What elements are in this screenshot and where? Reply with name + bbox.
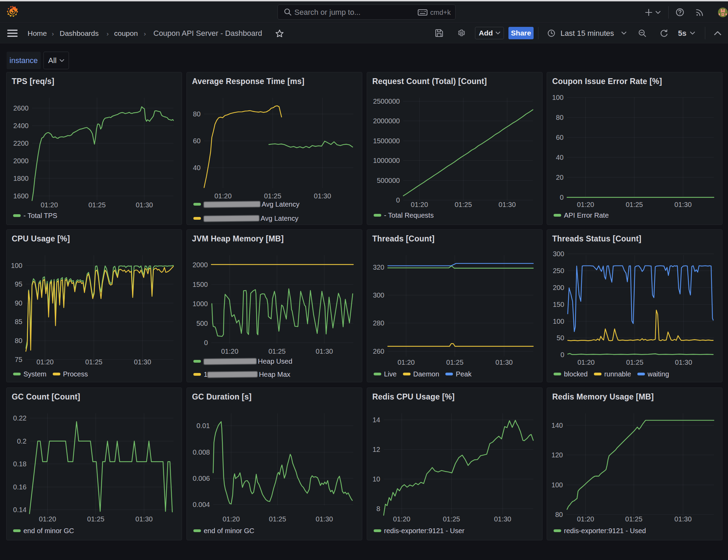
svg-text:280: 280	[373, 319, 384, 327]
svg-text:0.22: 0.22	[13, 414, 27, 422]
svg-text:2600: 2600	[13, 104, 29, 112]
svg-text:01:25: 01:25	[264, 192, 281, 200]
svg-text:0.18: 0.18	[13, 460, 27, 468]
svg-text:80: 80	[555, 511, 563, 518]
svg-text:100: 100	[11, 262, 22, 269]
svg-text:0.008: 0.008	[193, 448, 210, 456]
svg-text:01:20: 01:20	[411, 201, 428, 208]
svg-text:60: 60	[556, 134, 564, 141]
svg-text:95: 95	[15, 280, 22, 288]
svg-text:0.006: 0.006	[193, 475, 210, 482]
svg-text:12: 12	[373, 446, 380, 453]
svg-text:14: 14	[373, 416, 380, 424]
svg-text:01:25: 01:25	[625, 515, 643, 523]
svg-text:0.16: 0.16	[13, 483, 27, 491]
svg-text:01:25: 01:25	[446, 359, 464, 366]
svg-text:0: 0	[396, 196, 400, 204]
svg-text:01:20: 01:20	[39, 515, 56, 523]
svg-text:01:25: 01:25	[85, 358, 102, 366]
svg-text:100: 100	[553, 318, 564, 325]
svg-text:01:20: 01:20	[577, 359, 595, 366]
svg-text:01:25: 01:25	[269, 348, 286, 355]
svg-text:500: 500	[196, 320, 208, 327]
svg-text:1800: 1800	[13, 175, 29, 182]
svg-text:2000000: 2000000	[373, 117, 400, 125]
svg-text:0.14: 0.14	[13, 506, 27, 514]
svg-text:140: 140	[552, 422, 563, 429]
svg-text:250: 250	[553, 267, 564, 274]
svg-text:01:20: 01:20	[41, 201, 58, 209]
svg-text:40: 40	[193, 164, 201, 172]
svg-text:75: 75	[15, 356, 22, 363]
svg-text:300: 300	[373, 291, 384, 299]
svg-text:01:30: 01:30	[135, 515, 153, 523]
svg-text:300: 300	[553, 250, 564, 258]
svg-text:01:30: 01:30	[134, 358, 151, 366]
svg-text:200: 200	[553, 284, 564, 291]
svg-text:01:20: 01:20	[577, 201, 594, 208]
svg-text:01:25: 01:25	[269, 515, 286, 523]
svg-text:0: 0	[560, 194, 564, 201]
svg-text:01:20: 01:20	[577, 515, 594, 523]
svg-text:120: 120	[552, 451, 563, 459]
svg-text:2500000: 2500000	[373, 97, 400, 105]
svg-text:01:30: 01:30	[316, 515, 333, 523]
svg-text:500000: 500000	[377, 177, 400, 184]
svg-text:1000: 1000	[193, 300, 208, 308]
svg-text:0.2: 0.2	[17, 437, 27, 445]
svg-text:01:30: 01:30	[675, 201, 692, 208]
svg-text:80: 80	[15, 337, 22, 344]
svg-text:01:20: 01:20	[37, 358, 54, 366]
svg-text:0.004: 0.004	[193, 501, 210, 508]
svg-text:2000: 2000	[13, 157, 29, 165]
svg-text:80: 80	[556, 114, 564, 121]
svg-text:01:25: 01:25	[455, 201, 472, 208]
svg-text:1600: 1600	[13, 192, 29, 200]
svg-text:0: 0	[560, 351, 564, 359]
svg-text:100: 100	[552, 94, 564, 101]
svg-text:01:25: 01:25	[626, 201, 643, 208]
svg-text:50: 50	[557, 334, 564, 342]
svg-text:01:20: 01:20	[214, 192, 232, 200]
svg-text:1500: 1500	[193, 281, 208, 288]
svg-text:01:30: 01:30	[316, 348, 333, 355]
svg-text:01:20: 01:20	[223, 515, 240, 523]
svg-text:01:25: 01:25	[87, 515, 104, 523]
svg-text:85: 85	[15, 318, 22, 325]
svg-text:01:20: 01:20	[393, 515, 410, 523]
svg-text:01:30: 01:30	[495, 359, 513, 366]
svg-text:01:30: 01:30	[314, 192, 331, 200]
svg-text:150: 150	[553, 301, 564, 308]
svg-text:01:25: 01:25	[443, 515, 460, 523]
svg-text:01:30: 01:30	[494, 515, 511, 523]
svg-text:8: 8	[376, 505, 380, 512]
svg-text:1000000: 1000000	[373, 157, 400, 164]
svg-text:40: 40	[556, 154, 564, 161]
svg-text:01:30: 01:30	[675, 359, 692, 366]
svg-text:01:30: 01:30	[675, 515, 692, 523]
svg-text:01:20: 01:20	[221, 348, 238, 355]
svg-text:0: 0	[204, 339, 208, 346]
svg-text:320: 320	[373, 263, 384, 271]
svg-text:01:30: 01:30	[498, 201, 516, 208]
svg-text:10: 10	[373, 475, 380, 483]
svg-text:60: 60	[193, 137, 201, 145]
svg-text:1500000: 1500000	[373, 137, 400, 145]
svg-text:260: 260	[373, 348, 384, 355]
svg-text:100: 100	[552, 481, 563, 489]
svg-text:2000: 2000	[193, 261, 208, 269]
svg-text:90: 90	[15, 299, 22, 307]
svg-text:2200: 2200	[13, 139, 29, 147]
svg-text:0.01: 0.01	[196, 422, 210, 429]
svg-text:01:20: 01:20	[397, 359, 415, 366]
svg-text:01:25: 01:25	[88, 201, 105, 209]
svg-text:80: 80	[193, 110, 201, 118]
svg-text:20: 20	[556, 174, 564, 181]
svg-text:01:25: 01:25	[626, 359, 644, 366]
svg-text:01:30: 01:30	[136, 201, 153, 209]
svg-text:2400: 2400	[13, 122, 29, 129]
